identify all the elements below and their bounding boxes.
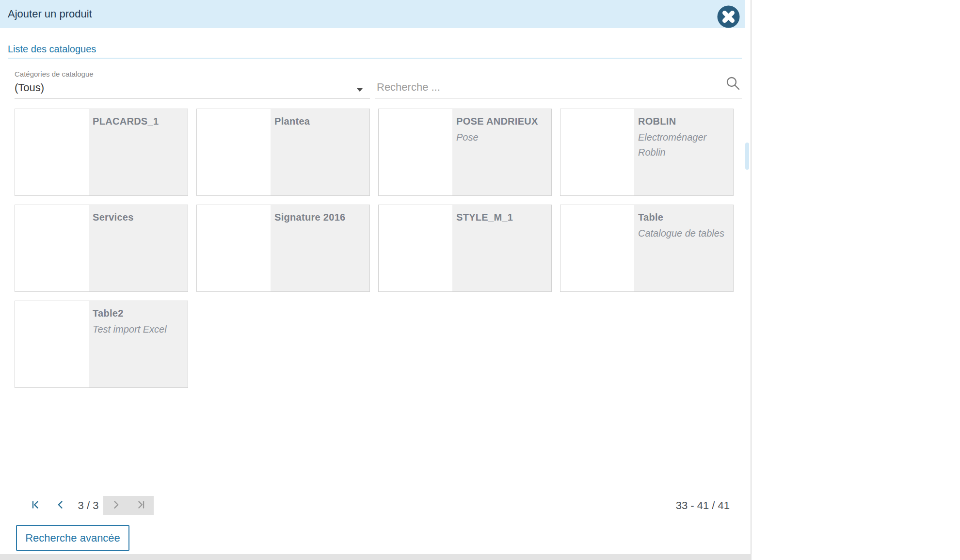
- catalogue-name: Table: [638, 211, 728, 224]
- catalogue-name: Signature 2016: [274, 211, 365, 224]
- chevron-left-icon: [56, 500, 65, 511]
- catalogue-thumbnail: [15, 205, 89, 291]
- close-icon: [717, 22, 740, 30]
- catalogue-thumbnail: [197, 109, 271, 195]
- catalogue-thumbnail: [15, 301, 89, 387]
- add-product-dialog: Ajouter un produit Liste des catalogues …: [0, 0, 752, 560]
- catalogue-card[interactable]: Table2 Test import Excel: [15, 301, 188, 388]
- catalogue-grid: PLACARDS_1 Plantea POSE ANDRIEUX Pose RO…: [15, 109, 735, 388]
- search-icon[interactable]: [725, 76, 741, 93]
- first-page-icon: [30, 499, 41, 512]
- catalogue-thumbnail: [379, 205, 452, 291]
- catalogue-name: ROBLIN: [638, 115, 728, 128]
- catalogue-description: Catalogue de tables: [638, 226, 728, 241]
- page-background-strip: [0, 554, 752, 560]
- chevron-down-icon: [356, 82, 363, 95]
- search-field: [375, 78, 742, 98]
- catalogue-name: Services: [93, 211, 183, 224]
- category-select-value: (Tous): [15, 81, 44, 94]
- catalogue-description: Test import Excel: [93, 322, 183, 337]
- catalogue-thumbnail: [560, 205, 634, 291]
- catalogue-card[interactable]: Table Catalogue de tables: [560, 205, 734, 292]
- catalogue-card[interactable]: STYLE_M_1: [378, 205, 552, 292]
- page-indicator: 3 / 3: [74, 496, 103, 515]
- catalogue-name: POSE ANDRIEUX: [456, 115, 546, 128]
- catalogue-thumbnail: [560, 109, 634, 195]
- section-divider: [8, 58, 742, 59]
- catalogue-card[interactable]: POSE ANDRIEUX Pose: [378, 109, 552, 196]
- results-range: 33 - 41 / 41: [630, 496, 730, 515]
- category-select-label: Catégories de catalogue: [15, 70, 94, 78]
- catalogue-thumbnail: [197, 205, 271, 291]
- catalogue-name: Plantea: [274, 115, 365, 128]
- catalogue-card[interactable]: Signature 2016: [196, 205, 370, 292]
- catalogue-name: PLACARDS_1: [93, 115, 183, 128]
- catalogue-card[interactable]: ROBLIN Electroménager Roblin: [560, 109, 734, 196]
- first-page-button[interactable]: [26, 496, 45, 515]
- catalogue-thumbnail: [379, 109, 452, 195]
- catalogue-card[interactable]: Plantea: [196, 109, 370, 196]
- category-select[interactable]: (Tous): [15, 78, 370, 98]
- section-title: Liste des catalogues: [8, 44, 96, 55]
- next-page-button[interactable]: [103, 496, 128, 515]
- catalogue-card[interactable]: Services: [15, 205, 188, 292]
- scrollbar-thumb[interactable]: [745, 143, 749, 170]
- catalogue-description: Pose: [456, 130, 546, 145]
- close-button[interactable]: [717, 5, 740, 28]
- chevron-right-icon: [111, 500, 121, 511]
- advanced-search-button[interactable]: Recherche avancée: [16, 525, 129, 551]
- catalogue-card[interactable]: PLACARDS_1: [15, 109, 188, 196]
- search-input[interactable]: [377, 78, 716, 97]
- last-page-button[interactable]: [128, 496, 154, 515]
- previous-page-button[interactable]: [51, 496, 70, 515]
- dialog-title: Ajouter un produit: [8, 0, 92, 28]
- catalogue-name: STYLE_M_1: [456, 211, 546, 224]
- last-page-icon: [136, 499, 146, 512]
- catalogue-thumbnail: [15, 109, 89, 195]
- catalogue-description: Electroménager Roblin: [638, 130, 728, 160]
- dialog-header: Ajouter un produit: [0, 0, 745, 28]
- catalogue-name: Table2: [93, 307, 183, 320]
